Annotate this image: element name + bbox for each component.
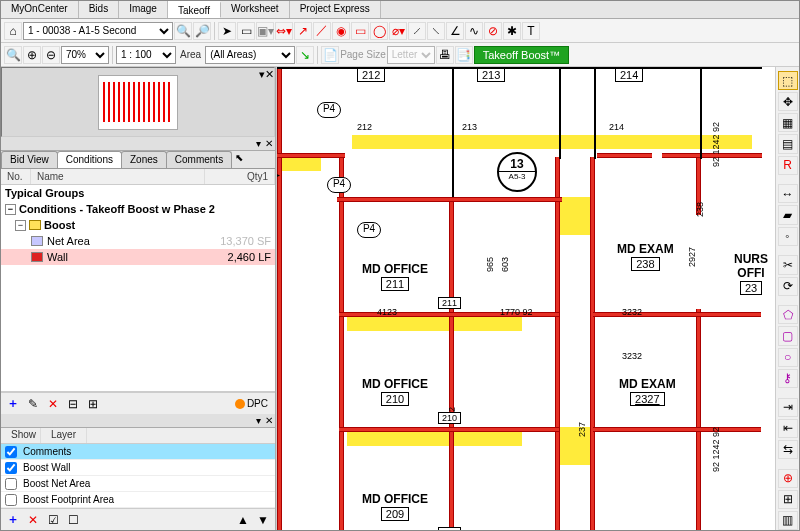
select-tool-icon[interactable]: ⬚: [778, 71, 798, 90]
target-icon[interactable]: ⊕: [778, 469, 798, 488]
main-tab-projectexpress[interactable]: Project Express: [290, 1, 381, 18]
strike-icon[interactable]: ⌀▾: [389, 22, 407, 40]
layer-checkall-button[interactable]: ☑: [44, 511, 62, 529]
print-icon[interactable]: 🖶: [436, 46, 454, 64]
zoom-mag-icon[interactable]: 🔍: [4, 46, 22, 64]
text-icon[interactable]: T: [522, 22, 540, 40]
pagesize-select[interactable]: Letter: [387, 46, 435, 64]
panel-close-icon[interactable]: ✕: [263, 138, 275, 149]
cond-tab-conditions[interactable]: Conditions: [57, 151, 122, 168]
main-tab-bids[interactable]: Bids: [79, 1, 119, 18]
tree-typical[interactable]: Typical Groups: [1, 185, 275, 201]
arrow-icon[interactable]: ➤: [218, 22, 236, 40]
add-button[interactable]: ＋: [4, 395, 22, 413]
shape2-icon[interactable]: ⟍: [427, 22, 445, 40]
layer-checkbox[interactable]: [5, 446, 17, 458]
layer-checkbox[interactable]: [5, 494, 17, 506]
area-select[interactable]: (All Areas): [205, 46, 295, 64]
main-tab-takeoff[interactable]: Takeoff: [168, 1, 221, 18]
collapse-icon[interactable]: −: [5, 204, 16, 215]
panel-down-icon[interactable]: ▾: [254, 415, 263, 426]
purple-box-icon[interactable]: ▢: [778, 326, 798, 345]
tree-item[interactable]: Wall2,460 LF: [1, 249, 275, 265]
conditions-tree[interactable]: Typical Groups −Conditions - Takeoff Boo…: [1, 185, 275, 392]
zoom-in-icon[interactable]: 🔎: [193, 22, 211, 40]
export-icon[interactable]: ⇥: [778, 398, 798, 417]
page-select[interactable]: 1 - 00038 - A1-5 Second: [23, 22, 173, 40]
angle-icon[interactable]: ∠: [446, 22, 464, 40]
tree-root[interactable]: −Conditions - Takeoff Boost w Phase 2: [1, 201, 275, 217]
zoom-out-icon[interactable]: 🔍: [174, 22, 192, 40]
layer-row[interactable]: Boost Footprint Area: [1, 492, 275, 508]
scale-down-icon[interactable]: ↘: [296, 46, 314, 64]
zoom-out2-icon[interactable]: ⊖: [42, 46, 60, 64]
layer-uncheckall-button[interactable]: ☐: [64, 511, 82, 529]
layer-add-button[interactable]: ＋: [4, 511, 22, 529]
delete-button[interactable]: ✕: [44, 395, 62, 413]
main-tab-image[interactable]: Image: [119, 1, 168, 18]
line-icon[interactable]: ／: [313, 22, 331, 40]
import-icon[interactable]: ⇤: [778, 419, 798, 438]
text-tool-icon[interactable]: R: [778, 156, 798, 175]
insert2-button[interactable]: ⊞: [84, 395, 102, 413]
red-move-icon[interactable]: ⇔▾: [275, 22, 293, 40]
cond-tab-bidview[interactable]: Bid View: [1, 151, 58, 168]
measure-icon[interactable]: ↔: [778, 184, 798, 203]
rotate-icon[interactable]: ⟳: [778, 277, 798, 296]
main-tab-worksheet[interactable]: Worksheet: [221, 1, 290, 18]
dpc-button[interactable]: DPC: [231, 396, 272, 411]
layer-checkbox[interactable]: [5, 478, 17, 490]
shape1-icon[interactable]: ⟋: [408, 22, 426, 40]
drawing-canvas[interactable]: MD OFFICE211MD OFFICE210MD OFFICE209MD E…: [276, 67, 775, 530]
main-tab-myoncenter[interactable]: MyOnCenter: [1, 1, 79, 18]
left-panel: ▾✕ ▾ ✕ Bid ViewConditionsZonesComments⬉ …: [1, 67, 276, 530]
grid-tool-icon[interactable]: ▤: [778, 134, 798, 153]
scissors-icon[interactable]: ✂: [778, 255, 798, 274]
edit-button[interactable]: ✎: [24, 395, 42, 413]
count-tool-icon[interactable]: ◦: [778, 227, 798, 246]
thumbnail-strip[interactable]: ▾✕: [1, 67, 275, 137]
scale-select[interactable]: 1 : 100: [116, 46, 176, 64]
marker-icon[interactable]: ◉: [332, 22, 350, 40]
pdf-icon[interactable]: 📑: [455, 46, 473, 64]
purple-key-icon[interactable]: ⚷: [778, 369, 798, 388]
zoom-select[interactable]: 70%: [61, 46, 109, 64]
zoom-in2-icon[interactable]: ⊕: [23, 46, 41, 64]
layer-row[interactable]: Comments: [1, 444, 275, 460]
collapse-icon[interactable]: −: [15, 220, 26, 231]
tool-y-icon[interactable]: ▥: [778, 511, 798, 530]
group-square-icon[interactable]: ▣▾: [256, 22, 274, 40]
tree-item[interactable]: Net Area13,370 SF: [1, 233, 275, 249]
tree-folder[interactable]: −Boost: [1, 217, 275, 233]
stop-icon[interactable]: ⊘: [484, 22, 502, 40]
swap-icon[interactable]: ⇆: [778, 440, 798, 459]
move-tool-icon[interactable]: ✥: [778, 92, 798, 111]
layer-down-button[interactable]: ▼: [254, 511, 272, 529]
gear-icon[interactable]: ✱: [503, 22, 521, 40]
panel-close-icon[interactable]: ✕: [263, 415, 275, 426]
takeoff-boost-button[interactable]: Takeoff Boost™: [474, 46, 569, 64]
arrow-up-icon[interactable]: ↗: [294, 22, 312, 40]
curve-icon[interactable]: ∿: [465, 22, 483, 40]
layer-delete-button[interactable]: ✕: [24, 511, 42, 529]
tool-x-icon[interactable]: ⊞: [778, 490, 798, 509]
panel-down-icon[interactable]: ▾: [254, 138, 263, 149]
rect-icon[interactable]: ▭: [351, 22, 369, 40]
cond-tab-comments[interactable]: Comments: [166, 151, 232, 168]
purple-shape-icon[interactable]: ⬠: [778, 305, 798, 324]
select-icon[interactable]: ▭: [237, 22, 255, 40]
layer-up-button[interactable]: ▲: [234, 511, 252, 529]
layer-row[interactable]: Boost Net Area: [1, 476, 275, 492]
area-tool-icon[interactable]: ▰: [778, 205, 798, 224]
cond-tab-zones[interactable]: Zones: [121, 151, 167, 168]
layer-checkbox[interactable]: [5, 462, 17, 474]
box-tool-icon[interactable]: ▦: [778, 113, 798, 132]
insert-button[interactable]: ⊟: [64, 395, 82, 413]
home-icon[interactable]: ⌂: [4, 22, 22, 40]
layer-row[interactable]: Boost Wall: [1, 460, 275, 476]
close-icon[interactable]: ✕: [265, 68, 274, 81]
layer-list[interactable]: CommentsBoost WallBoost Net AreaBoost Fo…: [1, 444, 275, 508]
circle-icon[interactable]: ◯: [370, 22, 388, 40]
doc-icon[interactable]: 📄: [321, 46, 339, 64]
purple-circle-icon[interactable]: ○: [778, 348, 798, 367]
